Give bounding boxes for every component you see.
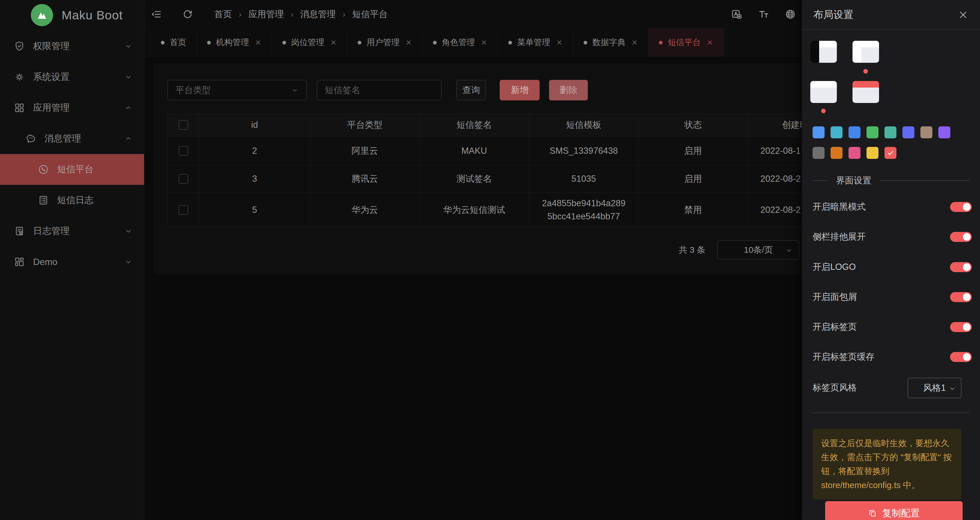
tab-close-icon[interactable] (480, 39, 487, 46)
tab-menu-management[interactable]: 菜单管理 (498, 29, 573, 56)
page-size-select[interactable]: 10条/页 (718, 240, 799, 259)
cell-id: 2 (199, 137, 310, 165)
sidebar-item-message-management[interactable]: 消息管理 (0, 123, 144, 154)
tab-label: 用户管理 (366, 37, 399, 48)
demo-grid-icon (14, 256, 25, 267)
sidebar-item-sms-platform[interactable]: 短信平台 (0, 154, 144, 185)
tab-close-icon[interactable] (556, 39, 563, 46)
layout-option-dark-sidebar[interactable] (810, 41, 837, 63)
setting-row-dark-mode: 开启暗黑模式 (813, 197, 972, 217)
tab-user-management[interactable]: 用户管理 (347, 29, 423, 56)
sidebar-exclusive-toggle[interactable] (950, 232, 972, 242)
chevron-up-icon (124, 103, 133, 112)
close-icon[interactable] (958, 10, 969, 20)
theme-color-swatch[interactable] (867, 126, 878, 138)
breadcrumb-home[interactable]: 首页 (214, 8, 232, 20)
theme-color-swatch[interactable] (867, 147, 878, 159)
sidebar-item-log-management[interactable]: 日志管理 (0, 216, 144, 246)
theme-color-swatch[interactable] (830, 147, 843, 159)
tab-close-icon[interactable] (405, 39, 412, 46)
toggle-knob (963, 203, 970, 211)
query-button[interactable]: 查询 (457, 80, 486, 100)
sidebar-item-demo[interactable]: Demo (0, 246, 144, 277)
tab-role-management[interactable]: 角色管理 (423, 29, 498, 56)
row-checkbox[interactable] (178, 146, 188, 156)
column-header-status: 状态 (639, 113, 748, 136)
cell-platform: 阿里云 (310, 137, 420, 165)
cell-platform: 腾讯云 (310, 165, 420, 192)
font-size-icon[interactable] (757, 8, 770, 20)
drawer-title: 布局设置 (813, 8, 853, 21)
tab-data-dictionary[interactable]: 数据字典 (573, 29, 649, 56)
setting-label: 开启面包屑 (813, 291, 857, 303)
theme-color-swatch[interactable] (920, 126, 932, 138)
tab-close-icon[interactable] (631, 39, 638, 46)
app-title: Maku Boot (62, 8, 123, 22)
tab-org-management[interactable]: 机构管理 (197, 29, 272, 56)
theme-color-swatch-selected[interactable] (885, 147, 896, 159)
table-row[interactable]: 5 华为云 华为云短信测试 2a4855be941b4a2895bcc41ee5… (168, 193, 823, 227)
tab-label: 机构管理 (216, 37, 249, 48)
breadcrumb-separator: › (342, 10, 345, 19)
globe-icon[interactable] (784, 8, 796, 20)
signature-input[interactable] (317, 80, 442, 100)
row-checkbox[interactable] (178, 205, 188, 215)
theme-color-swatch[interactable] (848, 126, 861, 138)
thumb-header (861, 41, 879, 47)
dark-mode-toggle[interactable] (950, 202, 972, 212)
collapse-sidebar-icon[interactable] (150, 8, 162, 20)
add-button[interactable]: 新增 (500, 80, 539, 100)
layout-option-light-header[interactable] (810, 81, 837, 103)
breadcrumb-message-management[interactable]: 消息管理 (300, 8, 336, 20)
delete-button[interactable]: 删除 (549, 80, 588, 100)
theme-color-swatch[interactable] (813, 147, 824, 159)
layout-option-light-sidebar[interactable] (853, 41, 879, 63)
theme-color-swatch[interactable] (939, 126, 950, 138)
theme-color-swatch[interactable] (830, 126, 843, 138)
pagination: 共 3 条 10条/页 (679, 240, 799, 259)
translate-icon[interactable] (731, 8, 743, 20)
platform-type-select[interactable]: 平台类型 (167, 80, 307, 100)
breadcrumb-app-management[interactable]: 应用管理 (248, 8, 284, 20)
copy-config-button[interactable]: 复制配置 (825, 501, 963, 520)
tab-post-management[interactable]: 岗位管理 (272, 29, 347, 56)
toggle-knob (963, 353, 970, 361)
layout-option-primary-header[interactable] (853, 81, 879, 103)
setting-label: 开启标签页缓存 (813, 351, 875, 363)
thumb-header (819, 41, 837, 47)
logo-toggle[interactable] (950, 262, 972, 272)
sidebar-item-sms-log[interactable]: 短信日志 (0, 185, 144, 216)
breadcrumb-toggle[interactable] (950, 292, 972, 302)
tab-cache-toggle[interactable] (950, 352, 972, 362)
tab-close-icon[interactable] (706, 39, 713, 46)
tab-close-icon[interactable] (255, 39, 261, 46)
tab-style-select[interactable]: 风格1 (908, 378, 961, 398)
topbar-actions (731, 0, 796, 29)
column-header-template: 短信模板 (529, 113, 639, 136)
tab-home[interactable]: 首页 (150, 29, 197, 56)
cell-signature: 测试签名 (420, 165, 529, 192)
sidebar-item-permissions[interactable]: 权限管理 (0, 31, 144, 62)
sidebar-item-system-settings[interactable]: 系统设置 (0, 62, 144, 92)
table-row[interactable]: 3 腾讯云 测试签名 51035 启用 2022-08-2 (168, 165, 823, 193)
select-all-checkbox[interactable] (178, 120, 188, 130)
tab-sms-platform[interactable]: 短信平台 (649, 29, 724, 56)
setting-row-breadcrumb: 开启面包屑 (813, 287, 972, 307)
sidebar-item-app-management[interactable]: 应用管理 (0, 92, 144, 123)
table-row[interactable]: 2 阿里云 MAKU SMS_133976438 启用 2022-08-1 (168, 137, 823, 165)
app-logo: Maku Boot (0, 0, 144, 30)
tabs-toggle[interactable] (950, 322, 972, 332)
thumb-sidebar (853, 41, 861, 63)
theme-color-swatch[interactable] (902, 126, 915, 138)
refresh-icon[interactable] (182, 8, 194, 20)
theme-color-swatch[interactable] (813, 126, 824, 138)
theme-color-swatch[interactable] (885, 126, 896, 138)
toggle-knob (963, 263, 970, 271)
tab-dot (161, 41, 165, 45)
tab-label: 角色管理 (442, 37, 475, 48)
row-checkbox[interactable] (178, 174, 188, 184)
chat-bubble-icon (25, 133, 37, 144)
tab-close-icon[interactable] (330, 39, 337, 46)
theme-color-swatch[interactable] (848, 147, 861, 159)
theme-color-row-1 (813, 126, 950, 138)
